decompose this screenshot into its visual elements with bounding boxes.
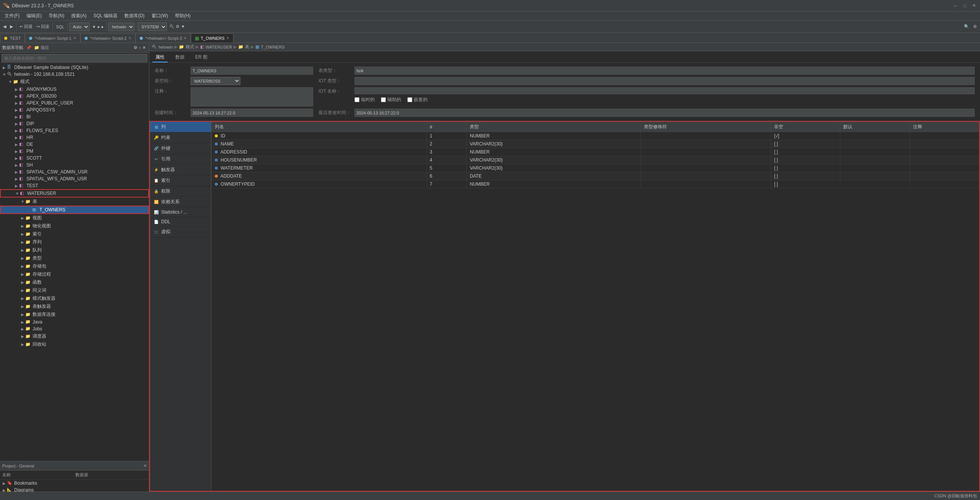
tab-script1-close[interactable]: ✕ bbox=[73, 36, 76, 40]
toolbar-mode-select[interactable]: Auto bbox=[69, 23, 90, 31]
toolbar-dot-controls[interactable]: ▼ ● ● bbox=[90, 24, 105, 30]
table-row[interactable]: WATERMETER 5 VARCHAR2(30) [ ] bbox=[212, 164, 979, 172]
toolbar-forward[interactable]: ▶ bbox=[8, 23, 15, 30]
toolbar-settings-icon[interactable]: ⚙ bbox=[972, 23, 978, 30]
tree-item-types[interactable]: ▶ 📁 类型 bbox=[0, 254, 149, 262]
tree-item-hr[interactable]: ▶ ◧ HR bbox=[0, 134, 149, 141]
sidebar-tab-project[interactable]: 📁 项目 bbox=[34, 45, 49, 51]
tree-item-schema-root[interactable]: ▼ 📁 模式 bbox=[0, 78, 149, 86]
table-row[interactable]: ID 1 NUMBER [√] bbox=[212, 132, 979, 140]
tree-item-bi[interactable]: ▶ ◧ BI bbox=[0, 113, 149, 120]
tree-item-seqs[interactable]: ▶ 📁 序列 bbox=[0, 238, 149, 246]
prop-tab-data[interactable]: 数据 bbox=[172, 53, 188, 62]
nav-item-statistics[interactable]: 📊 Statistics / ... bbox=[150, 208, 211, 217]
tree-item-test-schema[interactable]: ▶ ◧ TEST bbox=[0, 182, 149, 189]
tree-item-dblink[interactable]: ▶ 📁 数据库连接 bbox=[0, 310, 149, 319]
tree-item-spatial-csw[interactable]: ▶ ◧ SPATIAL_CSW_ADMIN_USR bbox=[0, 168, 149, 175]
tree-item-apex[interactable]: ▶ ◧ APEX_030200 bbox=[0, 93, 149, 100]
nav-item-virtual[interactable]: ◻ 虚拟 bbox=[150, 227, 211, 237]
nav-item-dependencies[interactable]: 🔀 依赖关系 bbox=[150, 197, 211, 208]
tree-item-apex-pub[interactable]: ▶ ◧ APEX_PUBLIC_USER bbox=[0, 100, 149, 106]
nav-item-constraints[interactable]: 🔑 约束 bbox=[150, 132, 211, 143]
sidebar-icon2[interactable]: ↑ bbox=[139, 46, 141, 50]
tab-test[interactable]: TEST bbox=[0, 33, 25, 42]
menu-sql-editor[interactable]: SQL 编辑器 bbox=[90, 12, 121, 20]
tab-script3[interactable]: *<helowin> Script-3 ✕ bbox=[136, 33, 191, 42]
nav-item-indexes[interactable]: 📋 索引 bbox=[150, 175, 211, 186]
tree-item-helowin[interactable]: ▼ 🔌 helowin - 192.168.6.108:1521 bbox=[0, 71, 149, 78]
nav-item-triggers[interactable]: ⚡ 触发器 bbox=[150, 165, 211, 175]
menu-window[interactable]: 窗口(W) bbox=[149, 12, 171, 20]
table-row[interactable]: NAME 2 VARCHAR2(30) [ ] bbox=[212, 140, 979, 148]
comment-textarea[interactable] bbox=[191, 87, 313, 106]
toolbar-right-icons[interactable]: 🔌 ⚙ ▼ bbox=[168, 23, 186, 30]
tree-item-dip[interactable]: ▶ ◧ DIP bbox=[0, 120, 149, 127]
sidebar-icon1[interactable]: ⚙ bbox=[134, 45, 137, 50]
temp-checkbox-label[interactable]: 临时的 bbox=[354, 96, 375, 103]
menu-database[interactable]: 数据库(D) bbox=[121, 12, 148, 20]
tree-item-flows[interactable]: ▶ ◧ FLOWS_FILES bbox=[0, 127, 149, 134]
sub-checkbox[interactable] bbox=[381, 97, 386, 102]
nav-item-columns[interactable]: ▦ 列 bbox=[150, 122, 211, 132]
table-row[interactable]: OWNERTYPEID 7 NUMBER [ ] bbox=[212, 180, 979, 188]
bottom-item-diagrams[interactable]: ▶ 📐 Diagrams bbox=[0, 487, 149, 492]
toolbar-connection-select[interactable]: helowin bbox=[108, 23, 134, 31]
temp-checkbox[interactable] bbox=[354, 97, 359, 102]
nav-item-ddl[interactable]: 📄 DDL bbox=[150, 217, 211, 227]
toolbar-redo[interactable]: ↪ 回滚 bbox=[35, 23, 51, 30]
tree-item-scheduler[interactable]: ▶ 📁 调度器 bbox=[0, 332, 149, 340]
toolbar-schema-select[interactable]: SYSTEM bbox=[138, 23, 167, 31]
tree-item-table-group[interactable]: ▼ 📁 表 bbox=[0, 198, 149, 206]
tree-item-jobs[interactable]: ▶ 📁 Jobs bbox=[0, 325, 149, 332]
menu-help[interactable]: 帮助(H) bbox=[172, 12, 194, 20]
tree-item-queues[interactable]: ▶ 📁 队列 bbox=[0, 246, 149, 254]
tree-item-funcs[interactable]: ▶ 📁 函数 bbox=[0, 278, 149, 286]
tab-script2-close[interactable]: ✕ bbox=[128, 36, 131, 40]
tree-item-appq[interactable]: ▶ ◧ APPQOSSYS bbox=[0, 106, 149, 113]
menu-nav[interactable]: 导航(N) bbox=[46, 12, 67, 20]
tree-item-mviews[interactable]: ▶ 📁 物化视图 bbox=[0, 222, 149, 230]
tree-item-dbeaver[interactable]: ▶ 🗄 DBeaver Sample Database (SQLite) bbox=[0, 64, 149, 71]
nested-checkbox[interactable] bbox=[407, 97, 412, 102]
tree-item-procs[interactable]: ▶ 📁 存储过程 bbox=[0, 270, 149, 278]
close-btn[interactable]: ✕ bbox=[971, 3, 977, 9]
sidebar-search-input[interactable] bbox=[2, 54, 147, 62]
tab-script3-close[interactable]: ✕ bbox=[183, 36, 186, 40]
tree-item-scott[interactable]: ▶ ◧ SCOTT bbox=[0, 155, 149, 162]
nav-item-references[interactable]: ↩ 引用 bbox=[150, 154, 211, 165]
tree-item-model-triggers[interactable]: ▶ 📁 模式触发器 bbox=[0, 294, 149, 302]
tree-item-spatial-wfs[interactable]: ▶ ◧ SPATIAL_WFS_ADMIN_USR bbox=[0, 175, 149, 182]
prop-tab-er[interactable]: ER 图 bbox=[192, 53, 211, 62]
tree-item-pm[interactable]: ▶ ◧ PM bbox=[0, 148, 149, 155]
tab-script1[interactable]: *<helowin> Script-1 ✕ bbox=[25, 33, 80, 42]
table-row[interactable]: HOUSENUMBER 4 VARCHAR2(30) [ ] bbox=[212, 156, 979, 164]
toolbar-undo[interactable]: ↩ 回退 bbox=[18, 23, 34, 30]
table-row[interactable]: ADDDATE 6 DATE [ ] bbox=[212, 172, 979, 180]
bottom-panel-close[interactable]: ✕ bbox=[144, 464, 147, 468]
tree-item-java[interactable]: ▶ 📁 Java bbox=[0, 319, 149, 325]
tab-t-owners-close[interactable]: ✕ bbox=[226, 36, 229, 40]
toolbar-back[interactable]: ◀ bbox=[2, 23, 8, 30]
tree-item-anonymous[interactable]: ▶ ◧ ANONYMOUS bbox=[0, 86, 149, 93]
sub-checkbox-label[interactable]: 辅助的 bbox=[381, 96, 401, 103]
menu-edit[interactable]: 编辑(E) bbox=[23, 12, 45, 20]
maximize-btn[interactable]: □ bbox=[962, 3, 968, 9]
nav-item-permissions[interactable]: 🔒 权限 bbox=[150, 186, 211, 197]
tree-item-indexes[interactable]: ▶ 📁 索引 bbox=[0, 230, 149, 238]
tablespace-select[interactable]: WATERBOSS bbox=[191, 77, 240, 85]
tree-item-oe[interactable]: ▶ ◧ OE bbox=[0, 141, 149, 148]
minimize-btn[interactable]: ─ bbox=[952, 3, 959, 9]
name-input[interactable] bbox=[191, 67, 313, 75]
tree-item-t-owners[interactable]: ▦ T_OWNERS bbox=[0, 206, 149, 214]
tab-script2[interactable]: *<helowin> Script-2 ✕ bbox=[80, 33, 136, 42]
tree-item-packages[interactable]: ▶ 📁 存储包 bbox=[0, 262, 149, 270]
nested-checkbox-label[interactable]: 嵌套的 bbox=[407, 96, 428, 103]
tree-item-views[interactable]: ▶ 📁 视图 bbox=[0, 214, 149, 222]
tree-item-sh[interactable]: ▶ ◧ SH bbox=[0, 162, 149, 168]
tree-item-recycle[interactable]: ▶ 📁 回收站 bbox=[0, 340, 149, 348]
title-bar-controls[interactable]: ─ □ ✕ bbox=[952, 3, 977, 9]
tab-t-owners[interactable]: ▦ T_OWNERS ✕ bbox=[191, 33, 233, 42]
tree-item-table-triggers[interactable]: ▶ 📁 表触发器 bbox=[0, 302, 149, 310]
menu-search[interactable]: 搜索(A) bbox=[68, 12, 90, 20]
table-row[interactable]: ADDRESSID 3 NUMBER [ ] bbox=[212, 148, 979, 156]
